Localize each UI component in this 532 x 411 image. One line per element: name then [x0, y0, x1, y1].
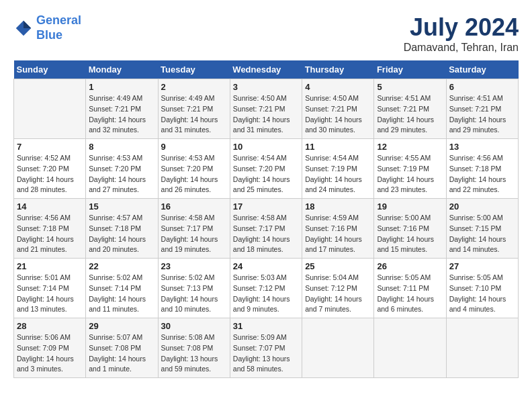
day-number: 4: [305, 82, 371, 92]
day-info: Sunrise: 4:53 AMSunset: 7:20 PMDaylight:…: [89, 153, 154, 195]
calendar-cell: 14Sunrise: 4:56 AMSunset: 7:18 PMDayligh…: [14, 199, 86, 259]
day-number: 29: [89, 321, 154, 331]
calendar-cell: 26Sunrise: 5:05 AMSunset: 7:11 PMDayligh…: [374, 259, 446, 318]
day-info: Sunrise: 5:02 AMSunset: 7:13 PMDaylight:…: [161, 273, 227, 315]
weekday-header-monday: Monday: [86, 60, 158, 79]
calendar-cell: 6Sunrise: 4:51 AMSunset: 7:21 PMDaylight…: [446, 79, 518, 139]
day-info: Sunrise: 4:49 AMSunset: 7:21 PMDaylight:…: [89, 93, 154, 136]
day-info: Sunrise: 4:56 AMSunset: 7:18 PMDaylight:…: [17, 213, 83, 255]
day-number: 3: [233, 82, 299, 92]
calendar-cell: 4Sunrise: 4:50 AMSunset: 7:21 PMDaylight…: [302, 79, 374, 139]
day-info: Sunrise: 4:58 AMSunset: 7:17 PMDaylight:…: [161, 213, 227, 255]
calendar-cell: 25Sunrise: 5:04 AMSunset: 7:12 PMDayligh…: [302, 259, 374, 318]
calendar-cell: [14, 79, 86, 139]
day-number: 11: [305, 142, 371, 152]
day-info: Sunrise: 4:59 AMSunset: 7:16 PMDaylight:…: [305, 213, 371, 255]
day-number: 8: [89, 142, 154, 152]
day-info: Sunrise: 4:52 AMSunset: 7:20 PMDaylight:…: [17, 153, 83, 195]
day-info: Sunrise: 4:51 AMSunset: 7:21 PMDaylight:…: [449, 93, 515, 136]
day-info: Sunrise: 4:49 AMSunset: 7:21 PMDaylight:…: [161, 93, 227, 136]
day-info: Sunrise: 4:57 AMSunset: 7:18 PMDaylight:…: [89, 213, 154, 255]
calendar-cell: 23Sunrise: 5:02 AMSunset: 7:13 PMDayligh…: [158, 259, 230, 318]
day-number: 30: [161, 321, 227, 331]
day-number: 31: [233, 321, 299, 331]
month-title: July 2024: [404, 13, 519, 42]
week-row-4: 28Sunrise: 5:06 AMSunset: 7:09 PMDayligh…: [14, 318, 519, 378]
week-row-0: 1Sunrise: 4:49 AMSunset: 7:21 PMDaylight…: [14, 79, 519, 139]
day-info: Sunrise: 4:51 AMSunset: 7:21 PMDaylight:…: [377, 93, 443, 136]
calendar-cell: 20Sunrise: 5:00 AMSunset: 7:15 PMDayligh…: [446, 199, 518, 259]
day-info: Sunrise: 4:56 AMSunset: 7:18 PMDaylight:…: [449, 153, 515, 195]
day-number: 26: [377, 261, 443, 271]
calendar-cell: 7Sunrise: 4:52 AMSunset: 7:20 PMDaylight…: [14, 139, 86, 199]
weekday-header-sunday: Sunday: [14, 60, 86, 79]
calendar-cell: 29Sunrise: 5:07 AMSunset: 7:08 PMDayligh…: [86, 318, 158, 378]
calendar-cell: 21Sunrise: 5:01 AMSunset: 7:14 PMDayligh…: [14, 259, 86, 318]
week-row-1: 7Sunrise: 4:52 AMSunset: 7:20 PMDaylight…: [14, 139, 519, 199]
calendar-cell: 30Sunrise: 5:08 AMSunset: 7:08 PMDayligh…: [158, 318, 230, 378]
day-info: Sunrise: 5:04 AMSunset: 7:12 PMDaylight:…: [305, 273, 371, 315]
calendar-cell: 8Sunrise: 4:53 AMSunset: 7:20 PMDaylight…: [86, 139, 158, 199]
calendar-cell: 17Sunrise: 4:58 AMSunset: 7:17 PMDayligh…: [230, 199, 302, 259]
svg-marker-1: [24, 20, 31, 28]
calendar-cell: 27Sunrise: 5:05 AMSunset: 7:10 PMDayligh…: [446, 259, 518, 318]
day-number: 14: [17, 201, 83, 212]
day-number: 10: [233, 142, 299, 152]
day-number: 7: [17, 142, 83, 152]
logo: General Blue: [13, 13, 81, 42]
day-info: Sunrise: 5:06 AMSunset: 7:09 PMDaylight:…: [17, 332, 83, 375]
day-number: 2: [161, 82, 227, 92]
day-info: Sunrise: 4:50 AMSunset: 7:21 PMDaylight:…: [233, 93, 299, 136]
calendar-cell: 12Sunrise: 4:55 AMSunset: 7:19 PMDayligh…: [374, 139, 446, 199]
calendar-cell: 28Sunrise: 5:06 AMSunset: 7:09 PMDayligh…: [14, 318, 86, 378]
day-number: 21: [17, 261, 83, 271]
logo-text: General Blue: [36, 13, 81, 42]
day-number: 6: [449, 82, 515, 92]
day-number: 28: [17, 321, 83, 331]
calendar-cell: 3Sunrise: 4:50 AMSunset: 7:21 PMDaylight…: [230, 79, 302, 139]
day-number: 12: [377, 142, 443, 152]
calendar-cell: 22Sunrise: 5:02 AMSunset: 7:14 PMDayligh…: [86, 259, 158, 318]
page-header: General Blue July 2024 Damavand, Tehran,…: [13, 13, 519, 54]
day-info: Sunrise: 4:58 AMSunset: 7:17 PMDaylight:…: [233, 213, 299, 255]
calendar-cell: 2Sunrise: 4:49 AMSunset: 7:21 PMDaylight…: [158, 79, 230, 139]
week-row-2: 14Sunrise: 4:56 AMSunset: 7:18 PMDayligh…: [14, 199, 519, 259]
weekday-header-thursday: Thursday: [302, 60, 374, 79]
weekday-header-saturday: Saturday: [446, 60, 518, 79]
day-number: 24: [233, 261, 299, 271]
day-info: Sunrise: 5:05 AMSunset: 7:11 PMDaylight:…: [377, 273, 443, 315]
day-info: Sunrise: 5:08 AMSunset: 7:08 PMDaylight:…: [161, 332, 227, 375]
weekday-header-row: SundayMondayTuesdayWednesdayThursdayFrid…: [14, 60, 519, 79]
calendar-cell: 13Sunrise: 4:56 AMSunset: 7:18 PMDayligh…: [446, 139, 518, 199]
calendar-cell: 31Sunrise: 5:09 AMSunset: 7:07 PMDayligh…: [230, 318, 302, 378]
calendar-cell: 18Sunrise: 4:59 AMSunset: 7:16 PMDayligh…: [302, 199, 374, 259]
calendar-cell: [446, 318, 518, 378]
day-number: 22: [89, 261, 154, 271]
weekday-header-friday: Friday: [374, 60, 446, 79]
day-info: Sunrise: 5:03 AMSunset: 7:12 PMDaylight:…: [233, 273, 299, 315]
calendar-table: SundayMondayTuesdayWednesdayThursdayFrid…: [13, 60, 519, 378]
calendar-cell: 24Sunrise: 5:03 AMSunset: 7:12 PMDayligh…: [230, 259, 302, 318]
day-number: 23: [161, 261, 227, 271]
calendar-cell: 19Sunrise: 5:00 AMSunset: 7:16 PMDayligh…: [374, 199, 446, 259]
calendar-cell: [302, 318, 374, 378]
title-section: July 2024 Damavand, Tehran, Iran: [404, 13, 519, 54]
day-number: 20: [449, 201, 515, 212]
day-number: 25: [305, 261, 371, 271]
day-number: 5: [377, 82, 443, 92]
day-info: Sunrise: 4:54 AMSunset: 7:20 PMDaylight:…: [233, 153, 299, 195]
weekday-header-wednesday: Wednesday: [230, 60, 302, 79]
day-info: Sunrise: 5:00 AMSunset: 7:16 PMDaylight:…: [377, 213, 443, 255]
day-info: Sunrise: 4:53 AMSunset: 7:20 PMDaylight:…: [161, 153, 227, 195]
day-info: Sunrise: 5:00 AMSunset: 7:15 PMDaylight:…: [449, 213, 515, 255]
calendar-cell: 5Sunrise: 4:51 AMSunset: 7:21 PMDaylight…: [374, 79, 446, 139]
day-info: Sunrise: 5:01 AMSunset: 7:14 PMDaylight:…: [17, 273, 83, 315]
day-number: 19: [377, 201, 443, 212]
day-info: Sunrise: 5:02 AMSunset: 7:14 PMDaylight:…: [89, 273, 154, 315]
day-number: 18: [305, 201, 371, 212]
day-info: Sunrise: 5:07 AMSunset: 7:08 PMDaylight:…: [89, 332, 154, 375]
week-row-3: 21Sunrise: 5:01 AMSunset: 7:14 PMDayligh…: [14, 259, 519, 318]
day-number: 15: [89, 201, 154, 212]
day-number: 1: [89, 82, 154, 92]
calendar-cell: 10Sunrise: 4:54 AMSunset: 7:20 PMDayligh…: [230, 139, 302, 199]
